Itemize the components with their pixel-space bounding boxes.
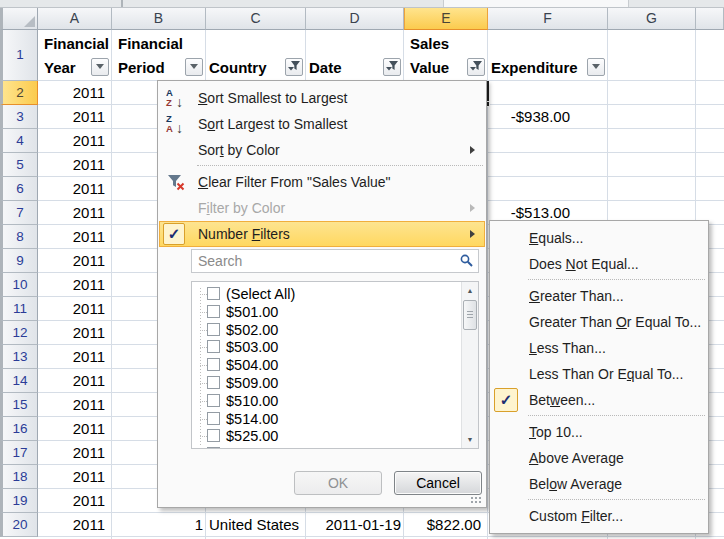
submenu-item-between[interactable]: ✓Between...: [491, 387, 707, 413]
row-header-9[interactable]: 9: [0, 249, 38, 273]
row-header-20[interactable]: 20: [0, 513, 38, 537]
column-header-a[interactable]: A: [38, 8, 112, 30]
filter-button-date[interactable]: [383, 58, 401, 76]
submenu-item-greater-than-or-equal-to[interactable]: Greater Than Or Equal To...: [491, 309, 707, 335]
filter-value-checkbox[interactable]: [207, 394, 220, 407]
cell-A7[interactable]: 2011: [38, 201, 112, 225]
filter-value-checkbox[interactable]: [207, 305, 220, 318]
column-header-f[interactable]: F: [488, 8, 608, 30]
filter-value-checkbox[interactable]: [207, 358, 220, 371]
row-header-8[interactable]: 8: [0, 225, 38, 249]
row-header-15[interactable]: 15: [0, 393, 38, 417]
cell-A13[interactable]: 2011: [38, 345, 112, 369]
filter-value-item[interactable]: $503.00: [192, 338, 457, 356]
column-header-e[interactable]: E: [404, 8, 488, 30]
menu-item-clear-filter-from-sales-value[interactable]: Clear Filter From "Sales Value": [159, 169, 485, 195]
dropdown-button-financial-period[interactable]: [185, 58, 203, 76]
cell-A17[interactable]: 2011: [38, 441, 112, 465]
row-header-1[interactable]: 1: [0, 30, 38, 81]
row-header-6[interactable]: 6: [0, 177, 38, 201]
filter-value-item[interactable]: $509.00: [192, 374, 457, 392]
scroll-down-button[interactable]: ▼: [462, 431, 478, 448]
filter-value-checkbox[interactable]: [207, 376, 220, 389]
column-header-c[interactable]: C: [206, 8, 306, 30]
scroll-up-button[interactable]: ▲: [462, 282, 478, 299]
filter-value-item[interactable]: $525.00: [192, 427, 457, 445]
row-header-5[interactable]: 5: [0, 153, 38, 177]
row-header-18[interactable]: 18: [0, 465, 38, 489]
column-header-b[interactable]: B: [112, 8, 206, 30]
cell-A9[interactable]: 2011: [38, 249, 112, 273]
filter-value-checkbox[interactable]: [207, 323, 220, 336]
filter-value-checkbox[interactable]: [207, 429, 220, 442]
column-header-g[interactable]: G: [608, 8, 696, 30]
cell-A2[interactable]: 2011: [38, 81, 112, 105]
filter-value-checkbox[interactable]: [207, 412, 220, 425]
menu-item-sort-by-color[interactable]: Sort by Color: [159, 137, 485, 163]
cell-A14[interactable]: 2011: [38, 369, 112, 393]
cell-A10[interactable]: 2011: [38, 273, 112, 297]
resize-grip[interactable]: [470, 496, 483, 505]
list-scrollbar[interactable]: ▲ ▼: [461, 282, 478, 448]
row-header-19[interactable]: 19: [0, 489, 38, 513]
filter-value-item[interactable]: $502.00: [192, 321, 457, 339]
filter-button-sales-value[interactable]: [467, 58, 485, 76]
menu-item-sort-largest-to-smallest[interactable]: ZA↓Sort Largest to Smallest: [159, 111, 485, 137]
submenu-item-custom-filter[interactable]: Custom Filter...: [491, 503, 707, 529]
submenu-item-top-10[interactable]: Top 10...: [491, 419, 707, 445]
row-header-17[interactable]: 17: [0, 441, 38, 465]
filter-button-country[interactable]: [285, 58, 303, 76]
filter-value-item[interactable]: $514.00: [192, 410, 457, 428]
cell-A8[interactable]: 2011: [38, 225, 112, 249]
cell-A19[interactable]: 2011: [38, 489, 112, 513]
row-header-13[interactable]: 13: [0, 345, 38, 369]
cell-A20[interactable]: 2011: [38, 513, 112, 537]
submenu-item-above-average[interactable]: Above Average: [491, 445, 707, 471]
cell-A11[interactable]: 2011: [38, 297, 112, 321]
submenu-item-less-than[interactable]: Less Than...: [491, 335, 707, 361]
dropdown-button-expenditure[interactable]: [587, 58, 605, 76]
filter-value-checkbox[interactable]: [207, 447, 220, 449]
cell-A4[interactable]: 2011: [38, 129, 112, 153]
row-header-12[interactable]: 12: [0, 321, 38, 345]
cell-A3[interactable]: 2011: [38, 105, 112, 129]
search-input[interactable]: [191, 249, 479, 273]
dropdown-button-financial-year[interactable]: [91, 58, 109, 76]
cell-D20[interactable]: 2011-01-19: [306, 513, 404, 537]
select-all-corner[interactable]: [0, 8, 38, 30]
menu-item-sort-smallest-to-largest[interactable]: AZ↓Sort Smallest to Largest: [159, 85, 485, 111]
submenu-item-does-not-equal[interactable]: Does Not Equal...: [491, 251, 707, 277]
submenu-item-greater-than[interactable]: Greater Than...: [491, 283, 707, 309]
cancel-button[interactable]: Cancel: [394, 471, 482, 495]
ok-button[interactable]: OK: [294, 471, 382, 495]
submenu-item-equals[interactable]: Equals...: [491, 225, 707, 251]
filter-value-item[interactable]: $510.00: [192, 392, 457, 410]
filter-value-item-partial[interactable]: [192, 445, 457, 449]
row-header-14[interactable]: 14: [0, 369, 38, 393]
row-header-10[interactable]: 10: [0, 273, 38, 297]
row-header-4[interactable]: 4: [0, 129, 38, 153]
submenu-item-less-than-or-equal-to[interactable]: Less Than Or Equal To...: [491, 361, 707, 387]
cell-A18[interactable]: 2011: [38, 465, 112, 489]
row-header-2[interactable]: 2: [0, 81, 38, 105]
cell-C20[interactable]: United States: [206, 513, 306, 537]
scrollbar-thumb[interactable]: [463, 300, 477, 330]
cell-A6[interactable]: 2011: [38, 177, 112, 201]
cell-A16[interactable]: 2011: [38, 417, 112, 441]
row-header-3[interactable]: 3: [0, 105, 38, 129]
filter-value-item[interactable]: (Select All): [192, 285, 457, 303]
cell-A12[interactable]: 2011: [38, 321, 112, 345]
filter-value-item[interactable]: $501.00: [192, 303, 457, 321]
filter-value-checkbox[interactable]: [207, 287, 220, 300]
row-header-16[interactable]: 16: [0, 417, 38, 441]
row-header-11[interactable]: 11: [0, 297, 38, 321]
cell-E20[interactable]: $822.00: [404, 513, 488, 537]
cell-F3[interactable]: -$938.00: [488, 105, 608, 129]
submenu-item-below-average[interactable]: Below Average: [491, 471, 707, 497]
filter-value-item[interactable]: $504.00: [192, 356, 457, 374]
cell-A15[interactable]: 2011: [38, 393, 112, 417]
cell-A5[interactable]: 2011: [38, 153, 112, 177]
cell-B20[interactable]: 1: [112, 513, 206, 537]
column-header-partial[interactable]: [696, 8, 724, 30]
row-header-7[interactable]: 7: [0, 201, 38, 225]
